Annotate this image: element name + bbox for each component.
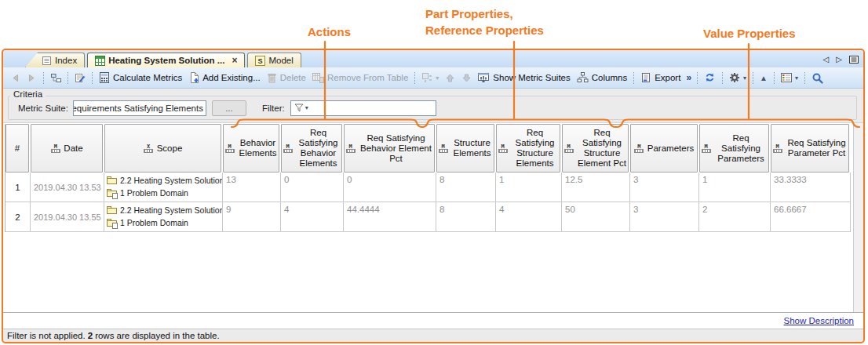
columns-button[interactable]: Columns: [574, 71, 630, 85]
move-element-icon: [421, 72, 432, 83]
toolbar-separator: [633, 72, 634, 84]
edit-icon: [75, 72, 86, 83]
search-button[interactable]: [808, 71, 826, 85]
metric-icon: M: [563, 144, 574, 153]
column-header-req-satisfying-structure-element-pct[interactable]: M Req Satisfying Structure Element Pct: [562, 124, 629, 172]
table-row[interactable]: 1 2019.04.30 13.53 2.2 Heating System So…: [5, 172, 851, 202]
toolbar-separator: [414, 72, 415, 84]
toolbar-separator: [43, 72, 44, 84]
show-metric-suites-button[interactable]: Show Metric Suites: [475, 71, 573, 85]
move-up-button[interactable]: [442, 71, 458, 85]
annotation-actions: Actions: [308, 24, 351, 40]
back-button[interactable]: [7, 71, 24, 85]
metric-suites-icon: [478, 72, 490, 83]
date-cell: 2019.04.30 13.53: [31, 172, 104, 202]
tab-index[interactable]: Index: [25, 53, 85, 67]
value-cell: 33.3333: [771, 172, 851, 202]
value-cell: 50: [562, 202, 630, 232]
toolbar-separator: [804, 72, 805, 84]
column-header-number[interactable]: #: [5, 124, 29, 172]
toolbar-overflow-button[interactable]: »: [684, 72, 694, 83]
column-header-req-satisfying-parameters[interactable]: M Req Satisfying Parameters: [699, 124, 769, 172]
toolbar-separator: [67, 72, 68, 84]
column-header-behavior-elements[interactable]: M Behavior Elements: [223, 124, 279, 172]
table-icon: [95, 56, 105, 66]
annotation-value-properties: Value Properties: [703, 25, 796, 42]
row-number-cell: 2: [5, 202, 31, 232]
value-cell: 13: [223, 172, 281, 202]
column-header-req-satisfying-behavior-elements[interactable]: M Req Satisfying Behavior Elements: [281, 124, 342, 172]
refresh-button[interactable]: [701, 71, 719, 85]
scope-cell: 2.2 Heating System Solution 1 Problem Do…: [104, 172, 223, 202]
tab-model[interactable]: S Model: [247, 53, 301, 67]
table-header-row: # M Date X Scope M Behavior Elements M R…: [5, 124, 851, 172]
column-header-parameters[interactable]: M Parameters: [630, 124, 698, 172]
vertical-scrollbar-gutter[interactable]: [853, 123, 863, 312]
svg-text:S: S: [258, 57, 263, 65]
remove-from-table-button[interactable]: Remove From Table: [309, 71, 411, 85]
value-cell: 3: [630, 172, 699, 202]
calculate-metrics-button[interactable]: Calculate Metrics: [96, 71, 185, 85]
collapse-toolbar-button[interactable]: ▲: [757, 72, 771, 84]
metric-suite-input[interactable]: Requirements Satisfying Elements: [73, 100, 206, 116]
calculator-icon: [99, 72, 110, 83]
trash-icon: [267, 72, 277, 83]
value-cell: 12.5: [562, 172, 630, 202]
show-description-link[interactable]: Show Description: [784, 316, 854, 325]
add-document-icon: [188, 72, 199, 83]
forward-button[interactable]: [24, 71, 40, 85]
scroll-tabs-right-icon[interactable]: ▷: [836, 56, 842, 64]
status-text: Filter is not applied.: [7, 331, 86, 340]
column-header-req-satisfying-parameter-pct[interactable]: M Req Satisfying Parameter Pct: [771, 124, 849, 172]
filter-input[interactable]: ▾: [290, 100, 436, 116]
value-cell: 4: [281, 202, 344, 232]
scroll-tabs-left-icon[interactable]: ◁: [823, 56, 830, 64]
scope-cell: 2.2 Heating System Solution 1 Problem Do…: [104, 202, 223, 232]
column-header-req-satisfying-structure-elements[interactable]: M Req Satisfying Structure Elements: [496, 124, 560, 172]
value-cell: 9: [223, 202, 281, 232]
filter-dropdown-icon[interactable]: ▾: [305, 104, 308, 111]
export-button[interactable]: Export: [637, 71, 684, 85]
column-header-req-satisfying-behavior-element-pct[interactable]: M Req Satisfying Behavior Element Pct: [344, 124, 435, 172]
toolbar-separator: [774, 72, 775, 84]
column-header-structure-elements[interactable]: M Structure Elements: [436, 124, 494, 172]
value-cell: 8: [436, 172, 496, 202]
tab-list-icon[interactable]: [849, 55, 859, 64]
delete-button[interactable]: Delete: [264, 71, 309, 85]
move-button[interactable]: ▾: [418, 71, 442, 85]
metric-suite-browse-button[interactable]: ...: [212, 100, 246, 116]
application-window: Index Heating System Solution ... × S Mo…: [2, 49, 865, 343]
settings-button[interactable]: ▾: [726, 71, 749, 85]
open-in-containment-tree-button[interactable]: [47, 71, 64, 85]
package-icon: [107, 176, 117, 185]
metric-icon: M: [224, 144, 235, 153]
tab-heating-system-solution[interactable]: Heating System Solution ... ×: [87, 53, 245, 67]
value-cell: 4: [496, 202, 562, 232]
value-cell: 8: [436, 202, 496, 232]
metric-icon: M: [50, 144, 60, 153]
status-row-count: 2: [88, 331, 93, 340]
model-icon: S: [255, 56, 265, 66]
table-row[interactable]: 2 2019.04.30 13.55 2.2 Heating System So…: [5, 202, 851, 232]
toolbar-separator: [92, 72, 93, 84]
add-existing-button[interactable]: Add Existing...: [185, 71, 264, 85]
column-header-date[interactable]: M Date: [31, 124, 103, 172]
value-cell: 2: [699, 202, 771, 232]
metric-icon: M: [634, 144, 644, 153]
containment-tree-icon: [50, 72, 61, 83]
package-icon: [107, 205, 117, 215]
package-with-document-icon: [107, 188, 117, 198]
metric-icon: M: [772, 144, 782, 153]
filter-funnel-icon: [294, 104, 304, 113]
close-tab-icon[interactable]: ×: [232, 55, 237, 66]
search-icon: [811, 72, 823, 84]
legend-button[interactable]: ▾: [778, 71, 801, 84]
value-cell: 0: [344, 172, 436, 202]
column-header-scope[interactable]: X Scope: [104, 124, 221, 172]
edit-button[interactable]: [71, 71, 89, 85]
description-bar: Show Description: [3, 313, 863, 329]
row-number-cell: 1: [5, 172, 31, 202]
metric-icon: M: [283, 144, 293, 153]
move-down-button[interactable]: [458, 71, 475, 85]
status-bar: Filter is not applied. 2 rows are displa…: [3, 329, 863, 342]
